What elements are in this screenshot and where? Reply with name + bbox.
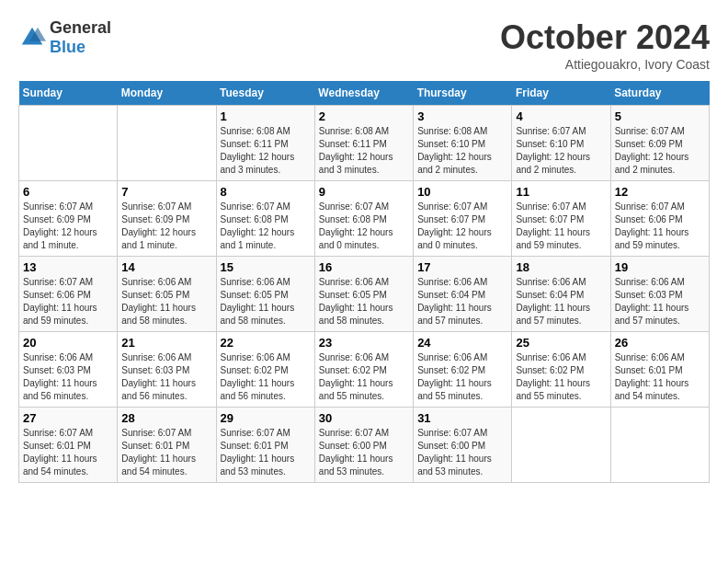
- day-number: 18: [516, 260, 606, 274]
- day-info: Sunrise: 6:06 AM Sunset: 6:05 PM Dayligh…: [121, 276, 211, 327]
- day-number: 11: [516, 185, 606, 199]
- day-number: 4: [516, 109, 606, 123]
- day-number: 23: [319, 336, 409, 350]
- calendar-cell: 15Sunrise: 6:06 AM Sunset: 6:05 PM Dayli…: [216, 257, 314, 332]
- day-number: 31: [417, 411, 507, 425]
- day-number: 17: [417, 260, 507, 274]
- calendar-cell: 12Sunrise: 6:07 AM Sunset: 6:06 PM Dayli…: [610, 181, 709, 257]
- day-number: 27: [23, 411, 113, 425]
- column-header-monday: Monday: [118, 81, 216, 106]
- day-number: 15: [221, 260, 311, 274]
- calendar-cell: 24Sunrise: 6:06 AM Sunset: 6:02 PM Dayli…: [414, 332, 512, 408]
- day-info: Sunrise: 6:07 AM Sunset: 6:08 PM Dayligh…: [319, 201, 409, 252]
- day-number: 10: [417, 185, 507, 199]
- day-number: 7: [121, 185, 211, 199]
- day-number: 13: [23, 260, 113, 274]
- logo-blue-text: Blue: [50, 38, 85, 56]
- day-info: Sunrise: 6:06 AM Sunset: 6:05 PM Dayligh…: [221, 276, 311, 327]
- calendar-cell: 13Sunrise: 6:07 AM Sunset: 6:06 PM Dayli…: [19, 257, 118, 332]
- day-number: 2: [319, 109, 409, 123]
- day-info: Sunrise: 6:07 AM Sunset: 6:01 PM Dayligh…: [221, 427, 311, 478]
- day-info: Sunrise: 6:06 AM Sunset: 6:01 PM Dayligh…: [615, 351, 705, 403]
- day-number: 9: [319, 185, 409, 199]
- calendar-cell: 11Sunrise: 6:07 AM Sunset: 6:07 PM Dayli…: [512, 181, 610, 257]
- page-header: General Blue October 2024 Attiegouakro, …: [18, 18, 710, 72]
- day-number: 16: [319, 260, 409, 274]
- calendar-cell: 3Sunrise: 6:08 AM Sunset: 6:10 PM Daylig…: [414, 106, 512, 181]
- day-info: Sunrise: 6:06 AM Sunset: 6:03 PM Dayligh…: [23, 351, 113, 403]
- day-info: Sunrise: 6:06 AM Sunset: 6:02 PM Dayligh…: [221, 351, 311, 403]
- day-info: Sunrise: 6:07 AM Sunset: 6:01 PM Dayligh…: [23, 427, 113, 478]
- calendar-cell: 8Sunrise: 6:07 AM Sunset: 6:08 PM Daylig…: [216, 181, 314, 257]
- calendar-week-3: 13Sunrise: 6:07 AM Sunset: 6:06 PM Dayli…: [19, 257, 710, 332]
- calendar-cell: 26Sunrise: 6:06 AM Sunset: 6:01 PM Dayli…: [610, 332, 709, 408]
- day-number: 12: [615, 185, 705, 199]
- calendar-week-1: 1Sunrise: 6:08 AM Sunset: 6:11 PM Daylig…: [19, 106, 710, 181]
- day-info: Sunrise: 6:07 AM Sunset: 6:09 PM Dayligh…: [121, 201, 211, 252]
- day-info: Sunrise: 6:07 AM Sunset: 6:00 PM Dayligh…: [417, 427, 507, 478]
- day-number: 5: [615, 109, 705, 123]
- column-header-friday: Friday: [512, 81, 610, 106]
- calendar-table: SundayMondayTuesdayWednesdayThursdayFrid…: [18, 81, 710, 483]
- calendar-cell: 29Sunrise: 6:07 AM Sunset: 6:01 PM Dayli…: [216, 408, 314, 483]
- calendar-cell: 31Sunrise: 6:07 AM Sunset: 6:00 PM Dayli…: [414, 408, 512, 483]
- day-number: 21: [121, 336, 211, 350]
- day-info: Sunrise: 6:06 AM Sunset: 6:05 PM Dayligh…: [319, 276, 409, 327]
- column-header-sunday: Sunday: [19, 81, 118, 106]
- day-info: Sunrise: 6:06 AM Sunset: 6:04 PM Dayligh…: [516, 276, 606, 327]
- day-number: 26: [615, 336, 705, 350]
- calendar-cell: 2Sunrise: 6:08 AM Sunset: 6:11 PM Daylig…: [314, 106, 413, 181]
- day-info: Sunrise: 6:07 AM Sunset: 6:09 PM Dayligh…: [23, 201, 113, 252]
- calendar-cell: 16Sunrise: 6:06 AM Sunset: 6:05 PM Dayli…: [314, 257, 413, 332]
- calendar-cell: 19Sunrise: 6:06 AM Sunset: 6:03 PM Dayli…: [610, 257, 709, 332]
- calendar-cell: 7Sunrise: 6:07 AM Sunset: 6:09 PM Daylig…: [118, 181, 216, 257]
- day-number: 20: [23, 336, 113, 350]
- header-row: SundayMondayTuesdayWednesdayThursdayFrid…: [19, 81, 710, 106]
- calendar-week-2: 6Sunrise: 6:07 AM Sunset: 6:09 PM Daylig…: [19, 181, 710, 257]
- day-number: 25: [516, 336, 606, 350]
- calendar-cell: 4Sunrise: 6:07 AM Sunset: 6:10 PM Daylig…: [512, 106, 610, 181]
- logo-general-text: General: [50, 18, 111, 37]
- day-info: Sunrise: 6:07 AM Sunset: 6:09 PM Dayligh…: [615, 125, 705, 177]
- day-number: 1: [221, 109, 311, 123]
- day-info: Sunrise: 6:07 AM Sunset: 6:06 PM Dayligh…: [23, 276, 113, 327]
- day-number: 30: [319, 411, 409, 425]
- day-info: Sunrise: 6:07 AM Sunset: 6:07 PM Dayligh…: [516, 201, 606, 252]
- day-number: 14: [121, 260, 211, 274]
- calendar-cell: 17Sunrise: 6:06 AM Sunset: 6:04 PM Dayli…: [414, 257, 512, 332]
- column-header-tuesday: Tuesday: [216, 81, 314, 106]
- calendar-cell: 1Sunrise: 6:08 AM Sunset: 6:11 PM Daylig…: [216, 106, 314, 181]
- logo-icon: [18, 24, 46, 52]
- day-info: Sunrise: 6:07 AM Sunset: 6:10 PM Dayligh…: [516, 125, 606, 177]
- day-info: Sunrise: 6:07 AM Sunset: 6:08 PM Dayligh…: [221, 201, 311, 252]
- column-header-thursday: Thursday: [414, 81, 512, 106]
- calendar-week-4: 20Sunrise: 6:06 AM Sunset: 6:03 PM Dayli…: [19, 332, 710, 408]
- column-header-wednesday: Wednesday: [314, 81, 413, 106]
- day-info: Sunrise: 6:06 AM Sunset: 6:04 PM Dayligh…: [417, 276, 507, 327]
- calendar-cell: 10Sunrise: 6:07 AM Sunset: 6:07 PM Dayli…: [414, 181, 512, 257]
- calendar-cell: 6Sunrise: 6:07 AM Sunset: 6:09 PM Daylig…: [19, 181, 118, 257]
- calendar-cell: 20Sunrise: 6:06 AM Sunset: 6:03 PM Dayli…: [19, 332, 118, 408]
- day-info: Sunrise: 6:07 AM Sunset: 6:06 PM Dayligh…: [615, 201, 705, 252]
- day-info: Sunrise: 6:07 AM Sunset: 6:01 PM Dayligh…: [121, 427, 211, 478]
- calendar-cell: [118, 106, 216, 181]
- calendar-body: 1Sunrise: 6:08 AM Sunset: 6:11 PM Daylig…: [19, 106, 710, 483]
- calendar-cell: [512, 408, 610, 483]
- day-info: Sunrise: 6:08 AM Sunset: 6:11 PM Dayligh…: [319, 125, 409, 177]
- day-info: Sunrise: 6:06 AM Sunset: 6:02 PM Dayligh…: [516, 351, 606, 403]
- calendar-cell: 9Sunrise: 6:07 AM Sunset: 6:08 PM Daylig…: [314, 181, 413, 257]
- day-info: Sunrise: 6:06 AM Sunset: 6:02 PM Dayligh…: [417, 351, 507, 403]
- calendar-cell: [610, 408, 709, 483]
- day-number: 22: [221, 336, 311, 350]
- logo: General Blue: [18, 18, 111, 57]
- calendar-cell: 30Sunrise: 6:07 AM Sunset: 6:00 PM Dayli…: [314, 408, 413, 483]
- day-number: 6: [23, 185, 113, 199]
- calendar-cell: 21Sunrise: 6:06 AM Sunset: 6:03 PM Dayli…: [118, 332, 216, 408]
- day-info: Sunrise: 6:08 AM Sunset: 6:10 PM Dayligh…: [417, 125, 507, 177]
- day-number: 28: [121, 411, 211, 425]
- calendar-cell: 28Sunrise: 6:07 AM Sunset: 6:01 PM Dayli…: [118, 408, 216, 483]
- day-info: Sunrise: 6:07 AM Sunset: 6:00 PM Dayligh…: [319, 427, 409, 478]
- day-info: Sunrise: 6:06 AM Sunset: 6:03 PM Dayligh…: [615, 276, 705, 327]
- day-info: Sunrise: 6:07 AM Sunset: 6:07 PM Dayligh…: [417, 201, 507, 252]
- calendar-cell: 23Sunrise: 6:06 AM Sunset: 6:02 PM Dayli…: [314, 332, 413, 408]
